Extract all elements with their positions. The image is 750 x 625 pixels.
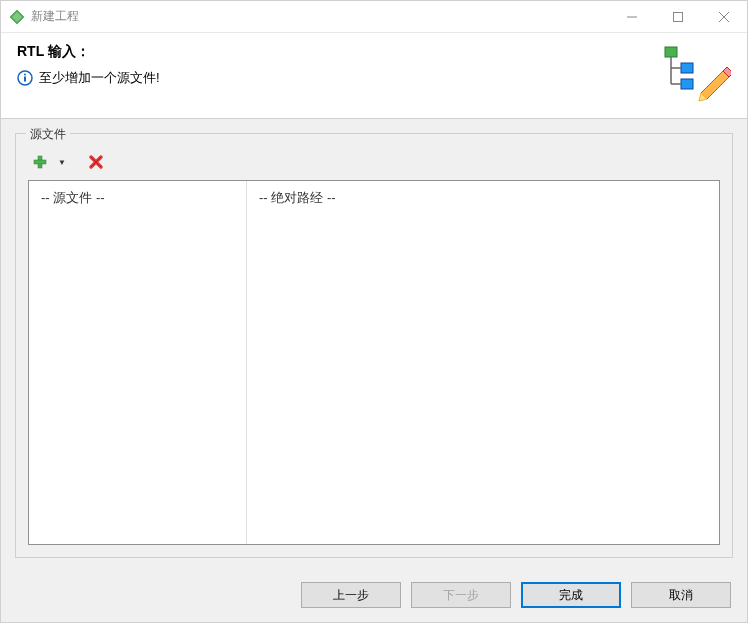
svg-rect-11 — [681, 79, 693, 89]
header-title: RTL 输入： — [17, 43, 661, 61]
svg-rect-9 — [665, 47, 677, 57]
svg-rect-3 — [674, 12, 683, 21]
maximize-button[interactable] — [655, 1, 701, 32]
window-controls — [609, 1, 747, 32]
source-files-table[interactable]: -- 源文件 -- -- 绝对路经 -- — [28, 180, 720, 545]
window-title: 新建工程 — [31, 8, 609, 25]
next-button[interactable]: 下一步 — [411, 582, 511, 608]
header-message-row: 至少增加一个源文件! — [17, 69, 661, 87]
group-label: 源文件 — [26, 126, 70, 143]
add-dropdown-arrow[interactable]: ▼ — [58, 158, 66, 167]
title-bar: 新建工程 — [1, 1, 747, 33]
dialog-window: 新建工程 RTL 输入： — [0, 0, 748, 623]
finish-button[interactable]: 完成 — [521, 582, 621, 608]
toolbar: ▼ — [28, 148, 720, 180]
column-path-header: -- 绝对路经 -- — [247, 181, 719, 544]
svg-point-7 — [24, 74, 26, 76]
dialog-header: RTL 输入： 至少增加一个源文件! — [1, 33, 747, 119]
cancel-button[interactable]: 取消 — [631, 582, 731, 608]
delete-button[interactable] — [86, 152, 106, 172]
header-graphic-icon — [661, 43, 731, 106]
dialog-footer: 上一步 下一步 完成 取消 — [1, 572, 747, 622]
close-button[interactable] — [701, 1, 747, 32]
column-source-header: -- 源文件 -- — [29, 181, 247, 544]
source-files-group: 源文件 ▼ -- 源文件 -- — [15, 133, 733, 558]
app-icon — [9, 9, 25, 25]
svg-rect-10 — [681, 63, 693, 73]
minimize-button[interactable] — [609, 1, 655, 32]
svg-rect-8 — [24, 77, 26, 82]
header-message-text: 至少增加一个源文件! — [39, 69, 160, 87]
back-button[interactable]: 上一步 — [301, 582, 401, 608]
svg-rect-19 — [34, 160, 46, 164]
svg-marker-15 — [701, 71, 729, 99]
add-button[interactable] — [30, 152, 50, 172]
info-icon — [17, 70, 33, 86]
content-area: 源文件 ▼ -- 源文件 -- — [1, 119, 747, 572]
